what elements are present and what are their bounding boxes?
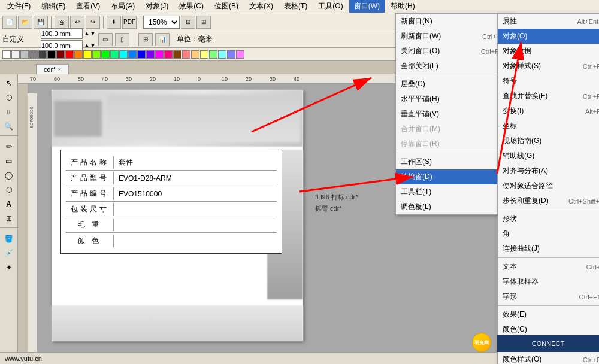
export-btn[interactable]: PDF <box>122 16 137 29</box>
undo-btn[interactable]: ↩ <box>70 16 84 29</box>
menu-effect[interactable]: 效果(C) <box>174 0 208 13</box>
color-magenta[interactable] <box>155 50 164 59</box>
docker-find-replace[interactable]: 查找并替换(F) Ctrl+F3 <box>498 89 599 104</box>
menu-edit[interactable]: 编辑(E) <box>37 0 70 13</box>
menu-help[interactable]: 帮助(H) <box>386 0 420 13</box>
docker-step-repeat[interactable]: 步长和重复(D) Ctrl+Shift+D <box>498 193 599 208</box>
rect-tool[interactable]: ▭ <box>2 154 16 168</box>
docker-fit-object[interactable]: 使对象适合路径 <box>498 178 599 193</box>
docker-effects[interactable]: 效果(E) ▶ <box>498 307 599 322</box>
docker-coords[interactable]: 坐标 <box>498 119 599 134</box>
docker-object[interactable]: 对象(O) <box>498 29 599 44</box>
menu-bitmap[interactable]: 位图(B) <box>210 0 243 13</box>
ellipse-tool[interactable]: ◯ <box>2 169 16 182</box>
print-btn[interactable]: 🖨 <box>55 16 69 29</box>
docker-text[interactable]: 文本 Ctrl+T <box>498 259 599 274</box>
color-white[interactable] <box>2 50 11 59</box>
menu-layout[interactable]: 布局(A) <box>106 0 140 13</box>
docker-corner[interactable]: 角 <box>498 226 599 241</box>
tab-active[interactable]: cdr* × <box>36 64 69 74</box>
zoom-fit-btn[interactable]: ⊡ <box>181 16 195 29</box>
color-orange[interactable] <box>74 50 83 59</box>
redo-btn[interactable]: ↪ <box>86 16 100 29</box>
freehand-tool[interactable]: ✏ <box>2 140 16 153</box>
docker-object-data[interactable]: 对象数据 <box>498 44 599 59</box>
color-azure[interactable] <box>128 50 137 59</box>
polygon-tool[interactable]: ⬡ <box>2 183 16 196</box>
connect-banner[interactable]: CONNECT <box>497 335 599 352</box>
label-val-size <box>114 208 277 211</box>
ruler-tick-50: 50 <box>78 76 84 82</box>
docker-transform[interactable]: 变换(I) Alt+F7 <box>498 104 599 119</box>
custom-label: 自定义 <box>2 34 38 44</box>
color-orchid[interactable] <box>236 50 244 59</box>
zoom-select[interactable]: 150% <box>143 16 180 29</box>
color-black[interactable] <box>47 50 56 59</box>
text-tool[interactable]: A <box>2 198 16 211</box>
landscape-btn[interactable]: ▯ <box>115 33 129 46</box>
menu-file[interactable]: 文件(F) <box>2 0 35 13</box>
color-brown[interactable] <box>173 50 181 59</box>
color-chartreuse[interactable] <box>92 50 101 59</box>
chart-btn[interactable]: 📊 <box>155 33 170 46</box>
fill-tool[interactable]: 🪣 <box>2 232 16 245</box>
menu-window[interactable]: 窗口(W) <box>349 0 385 13</box>
node-tool[interactable]: ⬡ <box>2 91 16 104</box>
tab-label: cdr* <box>44 66 56 73</box>
import-btn[interactable]: ⬇ <box>107 16 121 29</box>
color-rose[interactable] <box>164 50 173 59</box>
menu-tools[interactable]: 工具(O) <box>313 0 347 13</box>
color-peach[interactable] <box>191 50 199 59</box>
color-darkred[interactable] <box>56 50 65 59</box>
color-lightcyan[interactable] <box>218 50 226 59</box>
save-btn[interactable]: 💾 <box>34 16 48 29</box>
menu-view[interactable]: 查看(V) <box>71 0 105 13</box>
menu-text[interactable]: 文本(X) <box>244 0 278 13</box>
color-red[interactable] <box>65 50 74 59</box>
docker-object-style[interactable]: 对象样式(S) Ctrl+F5 <box>498 59 599 74</box>
docker-symbol[interactable]: 符号 <box>498 74 599 89</box>
color-lightyellow[interactable] <box>200 50 208 59</box>
label-key-name: 产品名称 <box>66 156 114 169</box>
color-lightgreen[interactable] <box>209 50 217 59</box>
docker-connect-curve[interactable]: 连接曲线(J) <box>498 241 599 256</box>
color-springgreen[interactable] <box>110 50 119 59</box>
new-btn[interactable]: 📄 <box>2 16 17 29</box>
color-violet[interactable] <box>146 50 155 59</box>
menu-table[interactable]: 表格(T) <box>279 0 312 13</box>
interactive-tool[interactable]: ✦ <box>2 261 16 274</box>
color-cyan[interactable] <box>119 50 128 59</box>
color-darkgray[interactable] <box>29 50 38 59</box>
color-yellow[interactable] <box>83 50 92 59</box>
docker-color-style[interactable]: 颜色样式(O) Ctrl+F6 <box>498 352 599 364</box>
tab-close[interactable]: × <box>58 66 62 73</box>
docker-field-guide[interactable]: 现场指南(G) <box>498 134 599 148</box>
table-tool[interactable]: ⊞ <box>2 212 16 225</box>
color-green[interactable] <box>101 50 110 59</box>
zoom-options-btn[interactable]: ⊞ <box>196 16 211 29</box>
docker-shape[interactable]: 形状 <box>498 211 599 226</box>
docker-align-dist[interactable]: 对齐与分布(A) <box>498 163 599 178</box>
docker-guidelines[interactable]: 辅助线(G) <box>498 148 599 163</box>
color-periwinkle[interactable] <box>227 50 235 59</box>
zoom-tool[interactable]: 🔍 <box>2 120 16 133</box>
label-row-code: 产品编号 EVO1510000 <box>66 186 277 202</box>
width-input[interactable] <box>41 28 83 39</box>
height-input[interactable] <box>41 40 83 51</box>
color-salmon[interactable] <box>182 50 190 59</box>
color-gray[interactable] <box>20 50 29 59</box>
select-tool[interactable]: ↖ <box>2 77 16 90</box>
color-lightgray[interactable] <box>11 50 20 59</box>
docker-glyph[interactable]: 字形 Ctrl+F11 <box>498 289 599 304</box>
grid-btn[interactable]: ⊞ <box>138 33 153 46</box>
portrait-btn[interactable]: ▭ <box>98 33 113 46</box>
docker-font-sampler[interactable]: 字体取样器 <box>498 274 599 289</box>
height-unit: ▲▼ <box>84 42 96 48</box>
open-btn[interactable]: 📂 <box>18 16 32 29</box>
crop-tool[interactable]: ⌗ <box>2 105 16 119</box>
menu-object[interactable]: 对象(J) <box>141 0 173 13</box>
color-blue[interactable] <box>137 50 146 59</box>
docker-property[interactable]: 属性 Alt+Enter <box>498 14 599 29</box>
color-charcoal[interactable] <box>38 50 47 59</box>
eyedropper-tool[interactable]: 💉 <box>2 247 16 260</box>
